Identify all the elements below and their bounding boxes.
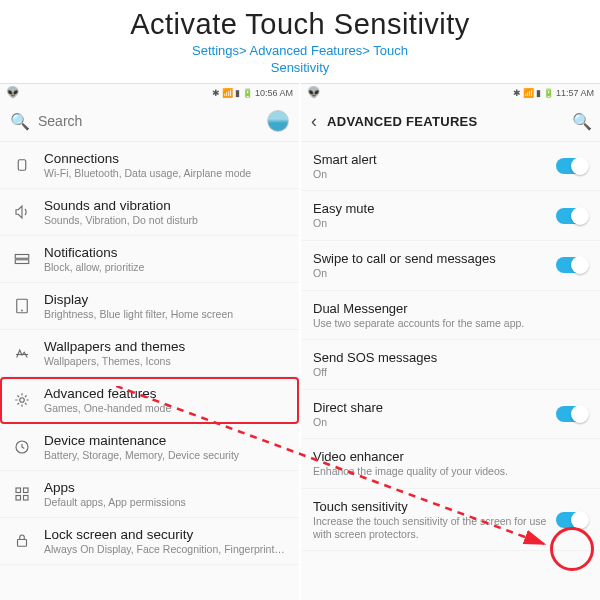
row-sub: On <box>313 217 550 230</box>
back-button[interactable]: ‹ <box>309 107 323 136</box>
row-wallpapers[interactable]: Wallpapers and themesWallpapers, Themes,… <box>0 330 299 377</box>
avatar[interactable] <box>267 110 289 132</box>
toggle[interactable] <box>556 512 588 528</box>
breadcrumb-line1: Settings> Advanced Features> Touch <box>192 43 408 58</box>
row-title: Apps <box>44 480 289 495</box>
maintenance-icon <box>8 433 36 461</box>
row-title: Connections <box>44 151 289 166</box>
time-left: 10:56 AM <box>255 88 293 98</box>
row-title: Device maintenance <box>44 433 289 448</box>
svg-rect-0 <box>18 160 26 171</box>
svg-rect-7 <box>16 488 21 493</box>
bluetooth-icon: ✱ <box>513 88 521 98</box>
advanced-features-screen: 👽 ✱ 📶 ▮ 🔋 11:57 AM ‹ ADVANCED FEATURES 🔍… <box>301 83 600 600</box>
adv-row-3[interactable]: Dual MessengerUse two separate accounts … <box>301 291 600 341</box>
row-title: Wallpapers and themes <box>44 339 289 354</box>
row-sub: On <box>313 168 550 181</box>
search-input[interactable] <box>38 113 259 129</box>
search-bar[interactable]: 🔍 <box>0 102 299 142</box>
adv-row-4[interactable]: Send SOS messagesOff <box>301 340 600 390</box>
bluetooth-icon: ✱ <box>212 88 220 98</box>
header-title: ADVANCED FEATURES <box>327 114 572 129</box>
row-advanced-features[interactable]: Advanced featuresGames, One-handed mode <box>0 377 299 424</box>
battery-icon: 🔋 <box>543 88 554 98</box>
themes-icon <box>8 339 36 367</box>
row-sounds[interactable]: Sounds and vibrationSounds, Vibration, D… <box>0 189 299 236</box>
signal-icon: ▮ <box>536 88 541 98</box>
row-sub: Games, One-handed mode <box>44 402 289 414</box>
advanced-list[interactable]: Smart alertOnEasy muteOnSwipe to call or… <box>301 142 600 600</box>
svg-rect-9 <box>16 495 21 500</box>
row-title: Lock screen and security <box>44 527 289 542</box>
row-sub: Use two separate accounts for the same a… <box>313 317 582 330</box>
advanced-icon <box>8 386 36 414</box>
row-display[interactable]: DisplayBrightness, Blue light filter, Ho… <box>0 283 299 330</box>
settings-list[interactable]: ConnectionsWi-Fi, Bluetooth, Data usage,… <box>0 142 299 600</box>
row-sub: Always On Display, Face Recognition, Fin… <box>44 543 289 555</box>
row-sub: Wallpapers, Themes, Icons <box>44 355 289 367</box>
display-icon <box>8 292 36 320</box>
row-title: Advanced features <box>44 386 289 401</box>
svg-rect-8 <box>24 488 29 493</box>
svg-rect-2 <box>15 260 29 264</box>
adv-row-0[interactable]: Smart alertOn <box>301 142 600 192</box>
apps-icon <box>8 480 36 508</box>
row-title: Sounds and vibration <box>44 198 289 213</box>
row-device-maintenance[interactable]: Device maintenanceBattery, Storage, Memo… <box>0 424 299 471</box>
row-title: Direct share <box>313 400 550 415</box>
row-title: Dual Messenger <box>313 301 582 316</box>
reddit-icon: 👽 <box>6 86 20 99</box>
svg-rect-10 <box>24 495 29 500</box>
row-connections[interactable]: ConnectionsWi-Fi, Bluetooth, Data usage,… <box>0 142 299 189</box>
row-sub: Block, allow, prioritize <box>44 261 289 273</box>
row-sub: On <box>313 416 550 429</box>
wifi-icon: 📶 <box>523 88 534 98</box>
sound-icon <box>8 198 36 226</box>
row-apps[interactable]: AppsDefault apps, App permissions <box>0 471 299 518</box>
adv-row-7[interactable]: Touch sensitivityIncrease the touch sens… <box>301 489 600 551</box>
toggle[interactable] <box>556 158 588 174</box>
row-sub: Brightness, Blue light filter, Home scre… <box>44 308 289 320</box>
connections-icon <box>8 151 36 179</box>
wifi-icon: 📶 <box>222 88 233 98</box>
row-title: Video enhancer <box>313 449 582 464</box>
notifications-icon <box>8 245 36 273</box>
row-title: Touch sensitivity <box>313 499 550 514</box>
row-title: Smart alert <box>313 152 550 167</box>
adv-row-1[interactable]: Easy muteOn <box>301 191 600 241</box>
toggle[interactable] <box>556 208 588 224</box>
svg-rect-1 <box>15 254 29 258</box>
breadcrumb-line2: Sensitivity <box>271 60 330 75</box>
svg-point-4 <box>22 310 23 311</box>
time-right: 11:57 AM <box>556 88 594 98</box>
toggle[interactable] <box>556 406 588 422</box>
row-title: Send SOS messages <box>313 350 582 365</box>
search-icon: 🔍 <box>10 112 30 131</box>
row-lock-security[interactable]: Lock screen and securityAlways On Displa… <box>0 518 299 565</box>
status-bar-left: 👽 ✱ 📶 ▮ 🔋 10:56 AM <box>0 84 299 102</box>
breadcrumb: Settings> Advanced Features> Touch Sensi… <box>0 43 600 77</box>
row-sub: Increase the touch sensitivity of the sc… <box>313 515 550 540</box>
toggle[interactable] <box>556 257 588 273</box>
adv-row-6[interactable]: Video enhancerEnhance the image quality … <box>301 439 600 489</box>
status-bar-right: 👽 ✱ 📶 ▮ 🔋 11:57 AM <box>301 84 600 102</box>
svg-point-5 <box>20 398 25 403</box>
row-notifications[interactable]: NotificationsBlock, allow, prioritize <box>0 236 299 283</box>
search-icon[interactable]: 🔍 <box>572 112 592 131</box>
row-sub: Enhance the image quality of your videos… <box>313 465 582 478</box>
row-title: Notifications <box>44 245 289 260</box>
row-sub: Default apps, App permissions <box>44 496 289 508</box>
row-title: Easy mute <box>313 201 550 216</box>
lock-icon <box>8 527 36 555</box>
settings-screen: 👽 ✱ 📶 ▮ 🔋 10:56 AM 🔍 ConnectionsWi-Fi, B… <box>0 83 299 600</box>
page-title: Activate Touch Sensitivity <box>0 8 600 41</box>
row-title: Swipe to call or send messages <box>313 251 550 266</box>
row-sub: Wi-Fi, Bluetooth, Data usage, Airplane m… <box>44 167 289 179</box>
adv-row-5[interactable]: Direct shareOn <box>301 390 600 440</box>
adv-row-2[interactable]: Swipe to call or send messagesOn <box>301 241 600 291</box>
reddit-icon: 👽 <box>307 86 321 99</box>
row-sub: Off <box>313 366 582 379</box>
battery-icon: 🔋 <box>242 88 253 98</box>
svg-rect-11 <box>18 539 27 546</box>
row-sub: On <box>313 267 550 280</box>
